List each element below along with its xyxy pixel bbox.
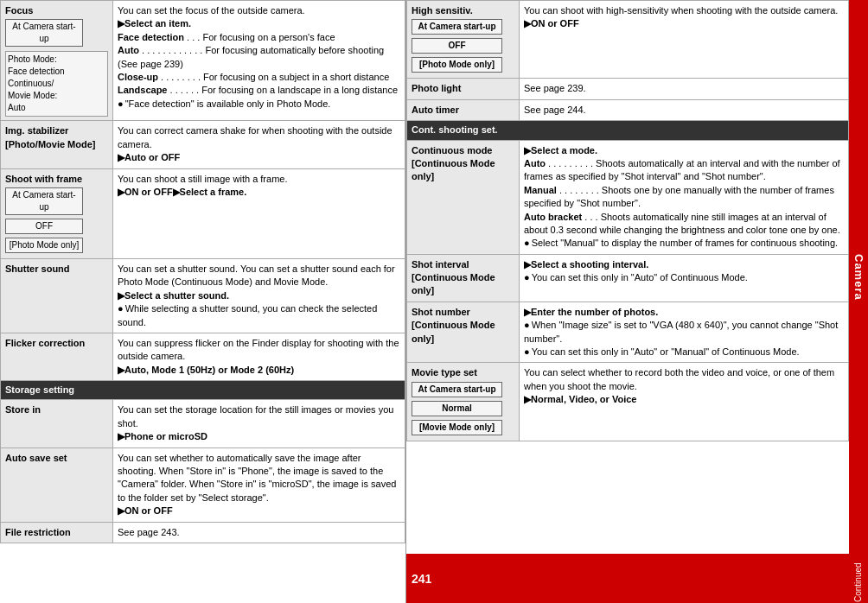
auto-timer-feature: Auto timer: [407, 99, 520, 120]
focus-action3: Auto . . . . . . . . . . . . For focusin…: [118, 44, 400, 71]
file-restriction-desc: See page 243.: [113, 522, 405, 543]
movie-type-feature: Movie type set At Camera start-up Normal…: [407, 363, 520, 441]
file-restriction-label: File restriction: [5, 527, 71, 537]
shot-number-desc: ▶Enter the number of photos. When "Image…: [520, 302, 849, 363]
shot-number-row: Shot number[Continuous Mode only] ▶Enter…: [407, 302, 849, 363]
cont-mode-row: Continuous mode[Continuous Mode only] ▶S…: [407, 140, 849, 254]
shoot-frame-desc: You can shoot a still image with a frame…: [113, 168, 405, 258]
cont-mode-note: Select "Manual" to display the number of…: [524, 237, 844, 250]
focus-note: "Face detection" is available only in Ph…: [118, 98, 400, 111]
right-content: High sensitiv. At Camera start-up OFF [P…: [406, 0, 849, 554]
shot-interval-feature: Shot interval[Continuous Mode only]: [407, 254, 520, 302]
shot-interval-row: Shot interval[Continuous Mode only] ▶Sel…: [407, 254, 849, 302]
cont-mode-action-header: ▶Select a mode.: [524, 144, 844, 157]
focus-desc: You can set the focus of the outside cam…: [113, 1, 405, 121]
right-column: High sensitiv. At Camera start-up OFF [P…: [406, 0, 868, 603]
img-stabilizer-label: Img. stabilizer[Photo/Movie Mode]: [5, 125, 96, 149]
focus-feature: Focus At Camera start-up Photo Mode:Face…: [1, 1, 113, 121]
store-in-action: ▶Phone or microSD: [118, 430, 400, 443]
continued-label: Continued: [853, 555, 863, 602]
auto-save-action: ▶ON or OFF: [118, 505, 400, 517]
high-sensitiv-sublabel2: OFF: [412, 38, 502, 54]
shutter-sound-label: Shutter sound: [5, 263, 70, 274]
store-in-text: You can set the storage location for the…: [118, 403, 400, 430]
photo-light-text: See page 239.: [524, 82, 844, 95]
high-sensitiv-sublabel3: [Photo Mode only]: [412, 57, 502, 73]
shot-number-feature: Shot number[Continuous Mode only]: [407, 302, 520, 363]
flicker-desc: You can suppress flicker on the Finder d…: [113, 333, 405, 380]
auto-timer-row: Auto timer See page 244.: [407, 99, 849, 120]
auto-timer-text: See page 244.: [524, 104, 844, 117]
movie-type-label: Movie type set: [412, 367, 477, 378]
high-sensitiv-action: ▶ON or OFF: [524, 17, 844, 30]
camera-tab-label: Camera: [852, 254, 865, 301]
shoot-frame-text: You can shoot a still image with a frame…: [118, 173, 400, 186]
focus-action2: Face detection . . . For focusing on a p…: [118, 31, 400, 44]
shoot-frame-sublabel1: At Camera start-up: [5, 187, 83, 215]
shutter-note: While selecting a shutter sound, you can…: [118, 302, 400, 329]
high-sensitiv-row: High sensitiv. At Camera start-up OFF [P…: [407, 1, 849, 79]
auto-save-desc: You can set whether to automatically sav…: [113, 447, 405, 522]
movie-type-sublabel3: [Movie Mode only]: [412, 420, 502, 435]
cont-shooting-header-row: Cont. shooting set.: [407, 121, 849, 140]
high-sensitiv-desc: You can shoot with high-sensitivity when…: [520, 1, 849, 79]
shoot-frame-sublabel2: OFF: [5, 219, 83, 234]
shutter-action1: ▶Select a shutter sound.: [118, 289, 400, 302]
auto-timer-desc: See page 244.: [520, 99, 849, 120]
shot-number-note1: When "Image size" is set to "VGA (480 x …: [524, 319, 844, 346]
shoot-frame-row: Shoot with frame At Camera start-up OFF …: [1, 168, 405, 258]
movie-type-sublabel2: Normal: [412, 401, 502, 416]
photo-light-row: Photo light See page 239.: [407, 79, 849, 99]
img-stab-text: You can correct camera shake for when sh…: [118, 124, 400, 151]
high-sensitiv-sublabel1: At Camera start-up: [412, 19, 502, 35]
movie-type-text: You can select whether to record both th…: [524, 366, 844, 393]
store-in-desc: You can set the storage location for the…: [113, 400, 405, 447]
img-stabilizer-row: Img. stabilizer[Photo/Movie Mode] You ca…: [1, 121, 405, 168]
photo-light-label: Photo light: [412, 83, 461, 93]
photo-light-desc: See page 239.: [520, 79, 849, 99]
photo-light-feature: Photo light: [407, 79, 520, 99]
img-stabilizer-desc: You can correct camera shake for when sh…: [113, 121, 405, 168]
shot-number-note2: You can set this only in "Auto" or "Manu…: [524, 346, 844, 359]
focus-action4: Close-up . . . . . . . . For focusing on…: [118, 71, 400, 84]
focus-sublabel1: At Camera start-up: [5, 19, 83, 47]
shot-number-action: ▶Enter the number of photos.: [524, 306, 844, 319]
cont-mode-label: Continuous mode[Continuous Mode only]: [412, 145, 495, 182]
focus-action1: ▶Select an item.: [118, 17, 400, 30]
shutter-text: You can set a shutter sound. You can set…: [118, 263, 400, 289]
bottom-bar: 241 Continued: [406, 554, 868, 603]
img-stabilizer-feature: Img. stabilizer[Photo/Movie Mode]: [1, 121, 113, 168]
shutter-sound-row: Shutter sound You can set a shutter soun…: [1, 258, 405, 333]
file-restriction-feature: File restriction: [1, 522, 113, 543]
page-number: 241: [412, 572, 431, 586]
cont-mode-bracket: Auto bracket . . . Shoots automatically …: [524, 211, 844, 238]
right-inner: High sensitiv. At Camera start-up OFF [P…: [406, 0, 868, 554]
file-restriction-row: File restriction See page 243.: [1, 522, 405, 543]
flicker-action: ▶Auto, Mode 1 (50Hz) or Mode 2 (60Hz): [118, 364, 400, 377]
left-column: Focus At Camera start-up Photo Mode:Face…: [0, 0, 406, 603]
store-in-row: Store in You can set the storage locatio…: [1, 400, 405, 447]
flicker-feature: Flicker correction: [1, 333, 113, 380]
right-table: High sensitiv. At Camera start-up OFF [P…: [406, 0, 849, 441]
high-sensitiv-feature: High sensitiv. At Camera start-up OFF [P…: [407, 1, 520, 79]
movie-type-desc: You can select whether to record both th…: [520, 363, 849, 441]
img-stab-action: ▶Auto or OFF: [118, 151, 400, 164]
store-in-label: Store in: [5, 404, 41, 415]
shot-interval-action: ▶Select a shooting interval.: [524, 258, 844, 271]
flicker-text: You can suppress flicker on the Finder d…: [118, 337, 400, 364]
shutter-sound-feature: Shutter sound: [1, 258, 113, 333]
cont-mode-manual: Manual . . . . . . . . Shoots one by one…: [524, 184, 844, 211]
cont-mode-desc: ▶Select a mode. Auto . . . . . . . . . S…: [520, 140, 849, 254]
cont-mode-feature: Continuous mode[Continuous Mode only]: [407, 140, 520, 254]
auto-save-text: You can set whether to automatically sav…: [118, 452, 400, 505]
focus-action5: Landscape . . . . . . For focusing on a …: [118, 84, 400, 97]
shoot-frame-action: ▶ON or OFF▶Select a frame.: [118, 186, 400, 199]
storage-section-header: Storage setting: [1, 381, 405, 400]
high-sensitiv-text: You can shoot with high-sensitivity when…: [524, 4, 844, 17]
focus-label: Focus: [5, 5, 33, 16]
cont-shooting-header: Cont. shooting set.: [407, 121, 849, 140]
shoot-frame-feature: Shoot with frame At Camera start-up OFF …: [1, 168, 113, 258]
flicker-label: Flicker correction: [5, 338, 85, 348]
focus-submodes: Photo Mode:Face detectionContinuous/Movi…: [5, 51, 108, 117]
auto-save-feature: Auto save set: [1, 447, 113, 522]
